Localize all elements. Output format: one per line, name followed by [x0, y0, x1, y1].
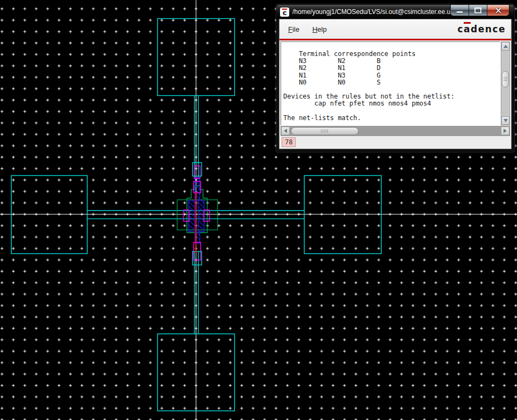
close-button[interactable]	[487, 5, 509, 16]
lvs-output-window: c /home/youngj1/CMOSedu/LVS/si.out@csimc…	[276, 4, 514, 152]
minimize-icon	[457, 11, 463, 13]
status-value-badge: 78	[282, 137, 296, 147]
vertical-scroll-track[interactable]	[501, 87, 509, 116]
thumb-grip-icon	[321, 129, 329, 133]
maximize-button[interactable]	[469, 5, 487, 16]
arrow-left-icon	[284, 129, 287, 133]
menu-file[interactable]: File	[287, 24, 301, 34]
arrow-up-icon	[504, 45, 508, 48]
horizontal-scrollbar[interactable]	[281, 126, 510, 136]
close-icon	[495, 8, 502, 13]
minimize-button[interactable]	[451, 5, 469, 16]
application-root: c /home/youngj1/CMOSedu/LVS/si.out@csimc…	[0, 0, 517, 420]
cadence-window-icon[interactable]: c	[280, 8, 289, 17]
scroll-down-button[interactable]	[501, 116, 509, 125]
terminal-line: N1 N3 G	[283, 72, 500, 79]
vertical-scrollbar[interactable]	[501, 41, 510, 125]
terminal-line: N2 N1 D	[283, 65, 500, 72]
maximize-icon	[474, 8, 481, 13]
window-icon-letter: c	[283, 9, 287, 17]
horizontal-scroll-thumb[interactable]	[291, 127, 359, 135]
terminal-line: N0 N0 S	[283, 79, 500, 86]
window-body: File Help cadence Terminal correspondenc…	[279, 19, 512, 149]
scroll-up-button[interactable]	[501, 42, 509, 51]
terminal-output-area[interactable]: Terminal correspondence points N3 N2 B N…	[281, 41, 500, 125]
terminal-line	[283, 108, 500, 115]
terminal-line: cap nfet pfet nmos nmos4 pmos4	[283, 100, 500, 107]
window-controls	[450, 5, 509, 16]
menu-bar: File Help cadence	[280, 19, 511, 39]
status-bar: 78	[281, 136, 510, 148]
terminal-line: The net-lists match.	[283, 115, 500, 122]
cadence-logo: cadence	[458, 24, 506, 34]
horizontal-scroll-track[interactable]	[290, 127, 501, 135]
thumb-grip-icon	[504, 77, 507, 81]
arrow-down-icon	[504, 119, 508, 122]
scroll-right-button[interactable]	[501, 127, 509, 135]
window-content: Terminal correspondence points N3 N2 B N…	[280, 40, 511, 149]
contact-right[interactable]	[198, 200, 204, 232]
scroll-left-button[interactable]	[281, 127, 290, 135]
vertical-scroll-thumb[interactable]	[502, 71, 509, 87]
menu-help[interactable]: Help	[311, 24, 328, 34]
arrow-right-icon	[504, 129, 507, 133]
window-titlebar[interactable]: c /home/youngj1/CMOSedu/LVS/si.out@csimc…	[277, 5, 514, 19]
